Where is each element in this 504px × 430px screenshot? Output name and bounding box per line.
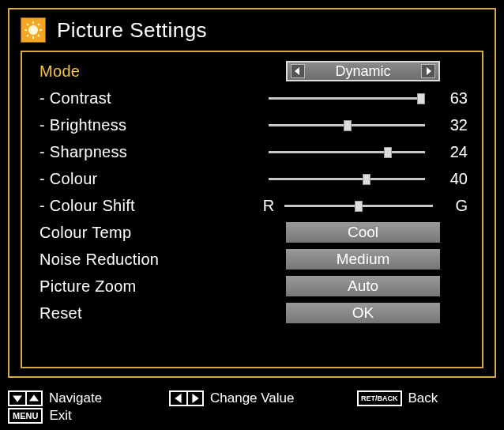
- mode-value: Dynamic: [335, 63, 390, 80]
- noise-reduction-label: Noise Reduction: [39, 251, 261, 269]
- brightness-label: - Brightness: [39, 116, 261, 134]
- reset-label: Reset: [39, 304, 261, 322]
- row-picture-zoom: Picture Zoom Auto: [39, 273, 468, 299]
- ret-back-key: RET/BACK: [357, 390, 402, 406]
- change-value-hint: Change Value: [210, 390, 295, 406]
- svg-marker-11: [13, 395, 22, 402]
- svg-point-0: [28, 25, 38, 35]
- row-noise-reduction: Noise Reduction Medium: [39, 247, 468, 272]
- sharpness-value: 24: [433, 143, 468, 161]
- colour-slider[interactable]: 40: [261, 170, 468, 188]
- chevron-right-icon[interactable]: [421, 64, 435, 78]
- contrast-label: - Contrast: [39, 89, 261, 108]
- colour-value: 40: [433, 170, 468, 188]
- row-brightness: - Brightness 32: [39, 112, 468, 138]
- arrow-up-icon: [25, 390, 43, 406]
- chevron-left-icon[interactable]: [291, 64, 305, 78]
- exit-hint: Exit: [49, 408, 71, 424]
- brightness-slider[interactable]: 32: [261, 116, 468, 134]
- row-mode: Mode Dynamic: [39, 58, 468, 84]
- svg-marker-14: [192, 394, 198, 403]
- noise-reduction-button[interactable]: Medium: [286, 249, 440, 270]
- mode-label: Mode: [39, 62, 261, 81]
- back-hint: Back: [408, 390, 438, 406]
- row-sharpness: - Sharpness 24: [39, 139, 468, 164]
- arrow-down-icon: [8, 390, 25, 406]
- arrow-right-icon: [186, 390, 204, 406]
- colour-shift-left: R: [261, 197, 276, 215]
- svg-marker-13: [175, 394, 181, 403]
- picture-settings-window: Picture Settings Mode Dynamic - Contrast…: [8, 8, 496, 378]
- menu-key: MENU: [8, 408, 43, 424]
- svg-marker-12: [29, 394, 39, 401]
- nav-up-down-keys: [8, 390, 43, 406]
- settings-panel: Mode Dynamic - Contrast 63 - Brightness: [21, 51, 483, 368]
- svg-line-8: [38, 24, 39, 25]
- svg-line-5: [27, 24, 28, 25]
- colour-label: - Colour: [39, 170, 261, 188]
- picture-settings-icon: [21, 17, 46, 43]
- arrow-left-icon: [169, 390, 186, 406]
- sharpness-label: - Sharpness: [39, 143, 261, 161]
- svg-line-7: [27, 35, 28, 36]
- colour-shift-slider[interactable]: R G: [261, 197, 468, 215]
- svg-line-6: [38, 35, 39, 36]
- reset-button[interactable]: OK: [286, 303, 440, 323]
- picture-zoom-button[interactable]: Auto: [286, 276, 440, 296]
- nav-left-right-keys: [169, 390, 204, 406]
- footer-hints: Navigate Change Value RET/BACK Back MENU…: [8, 390, 496, 425]
- row-colour-temp: Colour Temp Cool: [39, 220, 468, 245]
- contrast-value: 63: [433, 89, 468, 108]
- title-row: Picture Settings: [9, 9, 495, 47]
- page-title: Picture Settings: [57, 18, 207, 43]
- svg-marker-10: [427, 67, 431, 75]
- colour-temp-button[interactable]: Cool: [286, 222, 440, 243]
- colour-shift-right: G: [441, 197, 468, 215]
- mode-selector[interactable]: Dynamic: [286, 61, 440, 81]
- row-colour-shift: - Colour Shift R G: [39, 193, 468, 218]
- colour-temp-label: Colour Temp: [39, 224, 261, 242]
- row-contrast: - Contrast 63: [39, 85, 468, 111]
- row-reset: Reset OK: [39, 300, 468, 326]
- colour-shift-label: - Colour Shift: [39, 197, 261, 215]
- picture-zoom-label: Picture Zoom: [39, 277, 261, 296]
- contrast-slider[interactable]: 63: [261, 89, 468, 108]
- sharpness-slider[interactable]: 24: [261, 143, 468, 161]
- navigate-hint: Navigate: [49, 390, 102, 406]
- brightness-value: 32: [433, 116, 468, 134]
- svg-marker-9: [295, 67, 299, 75]
- row-colour: - Colour 40: [39, 166, 468, 191]
